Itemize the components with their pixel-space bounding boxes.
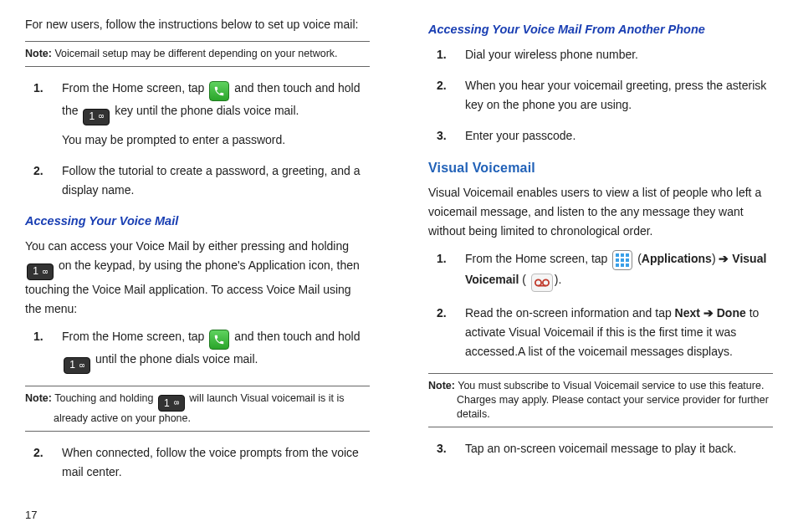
heading-another-phone: Accessing Your Voice Mail From Another P… bbox=[428, 20, 773, 40]
voicemail-icon bbox=[531, 274, 553, 292]
svg-rect-1 bbox=[621, 253, 624, 257]
access-paragraph: You can access your Voice Mail by either… bbox=[25, 237, 370, 319]
svg-rect-5 bbox=[626, 258, 629, 262]
note-label: Note: bbox=[25, 48, 52, 59]
svg-rect-8 bbox=[626, 263, 629, 267]
left-column: For new users, follow the instructions b… bbox=[8, 15, 386, 524]
arrow-icon: ➔ bbox=[703, 306, 714, 320]
step-number: 3. bbox=[437, 439, 447, 458]
step-text: Dial your wireless phone number. bbox=[465, 48, 638, 61]
manual-page: For new users, follow the instructions b… bbox=[0, 0, 798, 532]
step-text: When connected, follow the voice prompts… bbox=[62, 446, 359, 478]
button-label: Done bbox=[717, 306, 746, 320]
step-number: 2. bbox=[33, 443, 43, 463]
svg-rect-2 bbox=[626, 253, 629, 257]
step-text: ). bbox=[555, 273, 562, 286]
step-text: From the Home screen, tap bbox=[465, 252, 611, 265]
step-text: Read the on-screen information and tap bbox=[465, 306, 675, 320]
heading-visual-voicemail: Visual Voicemail bbox=[428, 157, 773, 179]
svg-rect-7 bbox=[621, 263, 624, 267]
step-subtext: You may be prompted to enter a password. bbox=[62, 130, 370, 150]
page-number: 17 bbox=[25, 506, 37, 524]
list-item: 2. When connected, follow the voice prom… bbox=[33, 443, 370, 482]
button-label: Next bbox=[675, 306, 700, 320]
note-text: Touching and holding bbox=[52, 392, 156, 404]
svg-rect-0 bbox=[616, 253, 619, 257]
access-steps: 1. From the Home screen, tap and then to… bbox=[33, 327, 370, 374]
svg-point-10 bbox=[543, 279, 549, 285]
para-text: on the keypad, by using the phone's Appl… bbox=[25, 258, 360, 315]
list-item: 2. Read the on-screen information and ta… bbox=[437, 304, 773, 361]
one-key-icon: 18 bbox=[64, 357, 90, 374]
one-key-icon: 18 bbox=[27, 263, 54, 280]
step-text: and then touch and hold bbox=[234, 330, 360, 343]
step-text: When you hear your voicemail greeting, p… bbox=[465, 79, 766, 111]
list-item: 1. Dial your wireless phone number. bbox=[437, 45, 773, 64]
svg-rect-6 bbox=[616, 263, 619, 267]
list-item: 3. Enter your passcode. bbox=[437, 126, 773, 146]
step-number: 3. bbox=[437, 126, 447, 146]
svg-point-9 bbox=[535, 279, 541, 285]
note-subscribe: Note: You must subscribe to Visual Voice… bbox=[428, 373, 773, 427]
step-number: 1. bbox=[437, 45, 447, 64]
step-number: 2. bbox=[33, 161, 43, 181]
step-number: 1. bbox=[33, 327, 43, 346]
step-text: key until the phone dials voice mail. bbox=[115, 104, 299, 117]
note-text: You must subscribe to Visual Voicemail s… bbox=[455, 380, 769, 420]
list-item: 2. Follow the tutorial to create a passw… bbox=[33, 161, 370, 200]
arrow-icon: ➔ bbox=[719, 252, 729, 265]
remote-steps: 1. Dial your wireless phone number. 2. W… bbox=[437, 45, 773, 146]
step-text: Follow the tutorial to create a password… bbox=[62, 164, 360, 197]
list-item: 1. From the Home screen, tap and then to… bbox=[33, 327, 370, 374]
step-number: 2. bbox=[437, 304, 447, 323]
step-text: Tap an on-screen voicemail message to pl… bbox=[465, 442, 737, 455]
list-item: 1. From the Home screen, tap (Applicatio… bbox=[437, 249, 773, 292]
phone-icon bbox=[209, 81, 229, 101]
svg-rect-3 bbox=[616, 258, 619, 262]
phone-icon bbox=[209, 330, 229, 350]
para-text: You can access your Voice Mail by either… bbox=[25, 239, 349, 253]
access-steps-cont: 2. When connected, follow the voice prom… bbox=[33, 443, 370, 482]
note-label: Note: bbox=[25, 392, 52, 404]
apps-icon bbox=[612, 250, 632, 270]
step-text: From the Home screen, tap bbox=[62, 81, 207, 95]
one-key-icon: 18 bbox=[158, 395, 185, 412]
one-key-icon: 18 bbox=[83, 109, 110, 125]
svg-rect-4 bbox=[621, 258, 624, 262]
note-setup: Note: Voicemail setup may be different d… bbox=[25, 41, 370, 67]
step-text: Enter your passcode. bbox=[465, 129, 575, 142]
list-item: 2. When you hear your voicemail greeting… bbox=[437, 76, 773, 115]
list-item: 1. From the Home screen, tap and then to… bbox=[33, 79, 370, 150]
note-visual-launch: Note: Touching and holding 18 will launc… bbox=[25, 386, 370, 432]
note-label: Note: bbox=[428, 380, 455, 391]
step-text: until the phone dials voice mail. bbox=[95, 352, 258, 366]
step-text: From the Home screen, tap bbox=[62, 330, 207, 343]
setup-steps: 1. From the Home screen, tap and then to… bbox=[33, 79, 370, 200]
visual-steps-cont: 3. Tap an on-screen voicemail message to… bbox=[437, 439, 773, 458]
note-text: Voicemail setup may be different dependi… bbox=[52, 48, 338, 59]
step-number: 1. bbox=[437, 249, 447, 269]
visual-steps: 1. From the Home screen, tap (Applicatio… bbox=[437, 249, 773, 361]
heading-accessing: Accessing Your Voice Mail bbox=[25, 212, 370, 232]
visual-voicemail-desc: Visual Voicemail enables users to view a… bbox=[428, 183, 773, 241]
list-item: 3. Tap an on-screen voicemail message to… bbox=[437, 439, 773, 458]
lead-text: For new users, follow the instructions b… bbox=[25, 15, 370, 34]
step-number: 2. bbox=[437, 76, 447, 95]
right-column: Accessing Your Voice Mail From Another P… bbox=[412, 15, 790, 524]
app-name: Applications bbox=[642, 252, 712, 265]
step-number: 1. bbox=[33, 79, 43, 98]
step-text: ( bbox=[519, 273, 526, 286]
